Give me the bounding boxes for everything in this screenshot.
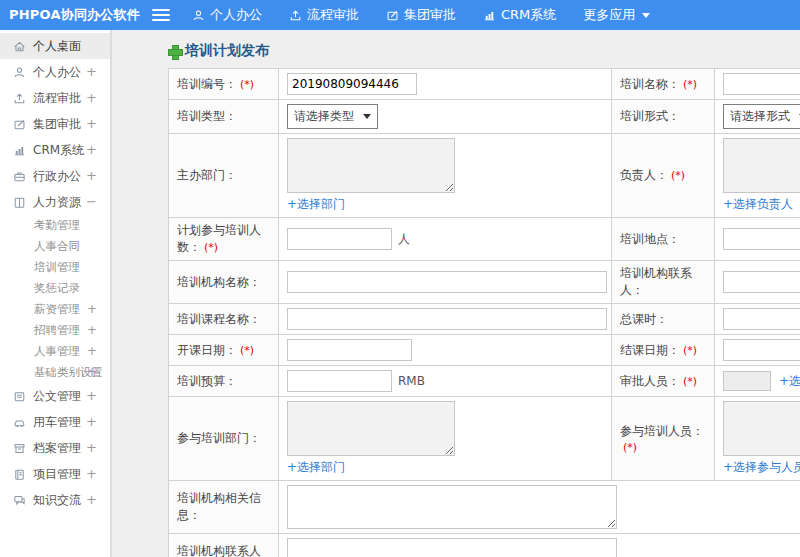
budget-input[interactable] [287, 370, 392, 392]
topnav-crm-system[interactable]: CRM系统 [483, 6, 556, 24]
org-contact-info-textarea[interactable] [287, 538, 617, 557]
book-icon [13, 196, 26, 209]
required-mark: (*) [683, 78, 697, 91]
approver-input[interactable] [723, 371, 771, 391]
field-label: 主办部门： [169, 134, 279, 218]
sidebar-item-archive-management[interactable]: 档案管理 + [0, 435, 110, 461]
required-mark: (*) [204, 241, 218, 254]
submenu-item-hr-contract[interactable]: 人事合同 [0, 236, 110, 257]
required-mark: (*) [240, 78, 254, 91]
course-name-input[interactable] [287, 308, 607, 330]
expand-icon[interactable]: + [86, 85, 97, 111]
org-contact-input[interactable] [723, 271, 800, 293]
submenu-item-training-management[interactable]: 培训管理 [0, 257, 110, 278]
submenu-item-recruitment[interactable]: 招聘管理 + [0, 320, 110, 341]
sidebar-item-admin-office[interactable]: 行政办公 + [0, 163, 110, 189]
form-row: 参与培训部门： +选择部门 参与培训人员：(*) +选择参与人员 [169, 397, 800, 481]
required-mark: (*) [671, 169, 685, 182]
topnav-label: 更多应用 [583, 6, 635, 24]
bar-chart-icon [483, 9, 496, 22]
training-type-select[interactable]: 请选择类型 [287, 104, 378, 129]
sidebar-item-label: 行政办公 [33, 168, 81, 185]
topnav-personal-office[interactable]: 个人办公 [192, 6, 262, 24]
sidebar-item-knowledge-exchange[interactable]: 知识交流 + [0, 487, 110, 513]
submenu-item-salary-management[interactable]: 薪资管理 + [0, 299, 110, 320]
app-window: PHPOA协同办公软件 个人办公 流程审批 集团审批 CRM系统 更多应用 [0, 0, 800, 557]
field-label: 培训名称：(*) [612, 69, 715, 100]
form-row: 计划参与培训人数：(*) 人 培训地点： [169, 218, 800, 261]
submenu-item-attendance[interactable]: 考勤管理 [0, 215, 110, 236]
expand-icon[interactable]: + [86, 111, 97, 137]
start-date-input[interactable] [287, 339, 412, 361]
topnav-more-apps[interactable]: 更多应用 [583, 6, 650, 24]
sidebar: 个人桌面 个人办公 + 流程审批 + 集团审批 + CRM系统 + [0, 30, 112, 557]
field-label: 培训机构联系人相关信息： [169, 534, 279, 557]
briefcase-icon [13, 170, 26, 183]
sidebar-item-project-management[interactable]: 项目管理 + [0, 461, 110, 487]
training-org-name-input[interactable] [287, 271, 607, 293]
archive-icon [13, 442, 26, 455]
submenu-item-label: 培训管理 [34, 260, 80, 275]
expand-icon[interactable]: + [87, 320, 97, 341]
select-department-link[interactable]: +选择部门 [287, 196, 345, 213]
menu-toggle-icon[interactable] [152, 9, 170, 21]
select-participants-link[interactable]: +选择参与人员 [723, 459, 800, 476]
leader-textarea[interactable] [723, 138, 800, 193]
training-number-input[interactable] [287, 73, 417, 95]
field-label: 审批人员：(*) [612, 366, 715, 397]
expand-icon[interactable]: + [87, 299, 97, 320]
total-hours-input[interactable] [723, 308, 800, 330]
select-approver-link[interactable]: +选择审批人员 [779, 374, 800, 388]
participating-departments-textarea[interactable] [287, 401, 455, 456]
form-row: 培训类型： 请选择类型 培训形式： 请选择形式 [169, 100, 800, 134]
submenu-item-label: 考勤管理 [34, 218, 80, 233]
required-mark: (*) [683, 344, 697, 357]
sidebar-item-official-docs[interactable]: 公文管理 + [0, 383, 110, 409]
topnav-workflow-approval[interactable]: 流程审批 [289, 6, 359, 24]
sidebar-item-label: 人力资源 [33, 194, 81, 211]
sidebar-item-group-approval[interactable]: 集团审批 + [0, 111, 110, 137]
expand-icon[interactable]: + [86, 383, 97, 409]
expand-icon[interactable]: + [86, 461, 97, 487]
currency-label: RMB [398, 374, 425, 388]
expand-icon[interactable]: + [86, 137, 97, 163]
expand-icon[interactable]: + [86, 435, 97, 461]
expand-icon[interactable]: + [86, 409, 97, 435]
sidebar-item-label: 个人桌面 [33, 38, 81, 55]
topnav-group-approval[interactable]: 集团审批 [386, 6, 456, 24]
submenu-item-reward-punishment[interactable]: 奖惩记录 [0, 278, 110, 299]
org-info-textarea[interactable] [287, 485, 617, 529]
sidebar-item-workflow-approval[interactable]: 流程审批 + [0, 85, 110, 111]
hr-submenu: 考勤管理 人事合同 培训管理 奖惩记录 薪资管理 + 招聘管理 + [0, 215, 110, 383]
sidebar-item-human-resources[interactable]: 人力资源 − [0, 189, 110, 215]
selected-option: 请选择类型 [294, 108, 354, 125]
expand-icon[interactable]: + [86, 487, 97, 513]
sidebar-item-crm-system[interactable]: CRM系统 + [0, 137, 110, 163]
host-department-textarea[interactable] [287, 138, 455, 193]
person-icon [192, 9, 205, 22]
expand-icon[interactable]: + [86, 163, 97, 189]
expand-icon[interactable]: + [87, 362, 97, 383]
select-department-link[interactable]: +选择部门 [287, 459, 345, 476]
select-leader-link[interactable]: +选择负责人 [723, 196, 793, 213]
submenu-item-personnel-management[interactable]: 人事管理 + [0, 341, 110, 362]
field-label: 参与培训人员：(*) [612, 397, 715, 481]
field-label: 培训形式： [612, 100, 715, 134]
sidebar-item-vehicle-management[interactable]: 用车管理 + [0, 409, 110, 435]
sidebar-item-personal-desktop[interactable]: 个人桌面 [0, 33, 110, 59]
sidebar-item-personal-office[interactable]: 个人办公 + [0, 59, 110, 85]
topnav-label: 集团审批 [404, 6, 456, 24]
submenu-item-label: 人事管理 [34, 344, 80, 359]
submenu-item-base-category-settings[interactable]: 基础类别设置 + [0, 362, 110, 383]
end-date-input[interactable] [723, 339, 800, 361]
collapse-icon[interactable]: − [86, 189, 97, 215]
field-label: 计划参与培训人数：(*) [169, 218, 279, 261]
planned-count-input[interactable] [287, 228, 392, 250]
expand-icon[interactable]: + [87, 341, 97, 362]
field-label: 培训机构联系人： [612, 261, 715, 304]
participating-staff-textarea[interactable] [723, 401, 800, 456]
training-form-select[interactable]: 请选择形式 [723, 104, 800, 129]
expand-icon[interactable]: + [86, 59, 97, 85]
training-location-input[interactable] [723, 228, 800, 250]
training-name-input[interactable] [723, 73, 800, 95]
